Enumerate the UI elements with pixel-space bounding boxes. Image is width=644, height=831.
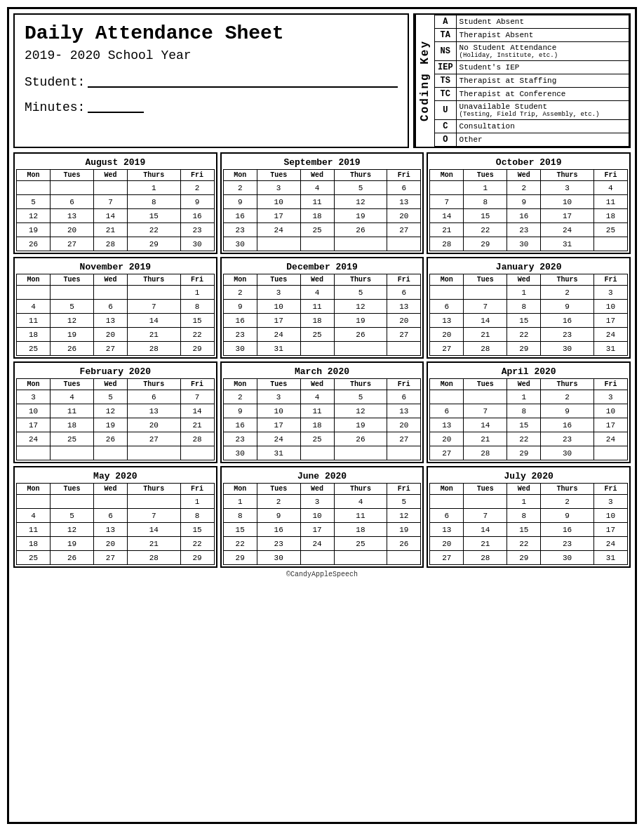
calendar-day-cell bbox=[257, 237, 300, 251]
calendar-day-cell: 2 bbox=[180, 181, 214, 195]
calendar-day-header: Wed bbox=[507, 379, 541, 390]
coding-key-sub: (Testing, Field Trip, Assembly, etc.) bbox=[459, 111, 626, 118]
calendar-week-row: 1617181920 bbox=[223, 209, 421, 223]
calendar-day-cell: 14 bbox=[127, 523, 180, 537]
calendar-day-cell: 17 bbox=[593, 523, 627, 537]
calendar-day-cell: 11 bbox=[300, 404, 334, 418]
calendar-day-cell: 18 bbox=[334, 523, 387, 537]
coding-key-code: O bbox=[435, 133, 457, 147]
calendar-day-header: Tues bbox=[257, 379, 300, 390]
calendar-day-cell: 27 bbox=[93, 551, 127, 565]
coding-key-description: Student's IEP bbox=[456, 61, 629, 74]
calendar-day-cell: 22 bbox=[180, 537, 214, 551]
calendar-week-row: 2122232425 bbox=[430, 223, 628, 237]
calendar-week-row: 1112131415 bbox=[17, 523, 215, 537]
calendar-day-cell: 7 bbox=[464, 300, 507, 314]
calendar-day-cell bbox=[464, 390, 507, 404]
calendar-week-row: 678910 bbox=[430, 300, 628, 314]
calendar-week-row: 3031 bbox=[223, 342, 421, 356]
calendar-week-row: 910111213 bbox=[223, 300, 421, 314]
calendar-day-cell: 7 bbox=[464, 509, 507, 523]
calendar-day-cell: 10 bbox=[593, 300, 627, 314]
calendar-day-cell: 14 bbox=[464, 314, 507, 328]
calendar-day-header: Thurs bbox=[127, 170, 180, 181]
calendar-day-cell: 1 bbox=[180, 286, 214, 300]
calendar-day-cell: 12 bbox=[334, 404, 387, 418]
calendar-day-cell bbox=[430, 286, 464, 300]
calendar-day-cell: 14 bbox=[464, 523, 507, 537]
coding-key-description: Therapist Absent bbox=[456, 29, 629, 42]
calendar-day-cell: 20 bbox=[127, 418, 180, 432]
calendar-day-cell: 6 bbox=[51, 195, 94, 209]
coding-key-description: Therapist at Staffing bbox=[456, 74, 629, 88]
calendar-day-header: Fri bbox=[387, 484, 421, 495]
calendar-day-header: Wed bbox=[93, 379, 127, 390]
calendar-box: November 2019MonTuesWedThursFri145678111… bbox=[13, 257, 217, 359]
calendar-week-row: 1819202122 bbox=[17, 537, 215, 551]
calendar-day-cell: 25 bbox=[17, 551, 51, 565]
calendar-day-cell: 27 bbox=[93, 342, 127, 356]
calendar-day-cell: 25 bbox=[334, 537, 387, 551]
calendar-day-header: Thurs bbox=[127, 379, 180, 390]
coding-key-description: Other bbox=[456, 133, 629, 147]
calendar-table: MonTuesWedThursFri2345691011121316171819… bbox=[223, 378, 422, 460]
calendar-day-cell: 6 bbox=[93, 509, 127, 523]
calendar-day-cell: 16 bbox=[541, 314, 594, 328]
calendar-day-cell bbox=[127, 286, 180, 300]
calendar-day-cell: 29 bbox=[507, 342, 541, 356]
calendar-day-cell: 4 bbox=[51, 390, 94, 404]
calendar-week-row: 12 bbox=[17, 181, 215, 195]
calendar-day-cell: 12 bbox=[17, 209, 51, 223]
calendar-day-header: Thurs bbox=[541, 484, 594, 495]
calendar-day-cell bbox=[93, 495, 127, 509]
calendar-day-cell: 27 bbox=[430, 446, 464, 460]
calendar-day-cell: 11 bbox=[17, 523, 51, 537]
calendar-day-cell: 27 bbox=[127, 432, 180, 446]
calendar-week-row: 123 bbox=[430, 495, 628, 509]
calendar-day-cell: 14 bbox=[430, 209, 464, 223]
calendar-week-row: 1920212223 bbox=[17, 223, 215, 237]
calendar-day-cell: 16 bbox=[223, 209, 257, 223]
calendar-day-cell: 28 bbox=[127, 551, 180, 565]
calendar-table: MonTuesWedThursFri1456781112131415181920… bbox=[16, 483, 215, 565]
calendar-day-cell: 3 bbox=[593, 286, 627, 300]
calendar-day-cell: 6 bbox=[430, 404, 464, 418]
calendar-day-cell: 5 bbox=[17, 195, 51, 209]
page-wrapper: Daily Attendance Sheet 2019- 2020 School… bbox=[7, 7, 637, 824]
calendar-day-cell: 31 bbox=[257, 342, 300, 356]
calendars-grid: August 2019MonTuesWedThursFri12567891213… bbox=[13, 152, 631, 568]
calendar-day-cell: 9 bbox=[541, 509, 594, 523]
calendar-day-cell: 30 bbox=[541, 342, 594, 356]
calendar-day-cell: 23 bbox=[223, 432, 257, 446]
calendar-day-header: Wed bbox=[300, 274, 334, 286]
calendar-day-cell: 1 bbox=[507, 286, 541, 300]
calendar-week-row: 89101112 bbox=[223, 509, 421, 523]
calendar-day-cell: 3 bbox=[17, 390, 51, 404]
calendar-day-cell: 14 bbox=[127, 314, 180, 328]
top-section: Daily Attendance Sheet 2019- 2020 School… bbox=[13, 13, 631, 148]
calendar-day-cell: 7 bbox=[127, 300, 180, 314]
calendar-day-cell bbox=[464, 286, 507, 300]
calendar-table: MonTuesWedThursFri1236789101314151617202… bbox=[429, 378, 628, 460]
calendar-day-header: Thurs bbox=[541, 170, 594, 181]
calendar-day-cell bbox=[334, 342, 387, 356]
calendar-day-cell: 26 bbox=[334, 223, 387, 237]
calendar-day-cell: 1 bbox=[223, 495, 257, 509]
calendar-day-cell: 18 bbox=[593, 209, 627, 223]
calendar-day-cell: 18 bbox=[51, 418, 94, 432]
calendar-week-row: 1415161718 bbox=[430, 209, 628, 223]
calendar-week-row: 3031 bbox=[223, 446, 421, 460]
calendar-week-row: 1112131415 bbox=[17, 314, 215, 328]
calendar-day-cell: 5 bbox=[334, 286, 387, 300]
calendar-week-row: 30 bbox=[223, 237, 421, 251]
page-title: Daily Attendance Sheet bbox=[25, 22, 398, 46]
calendar-day-header: Tues bbox=[257, 170, 300, 181]
calendar-day-cell: 28 bbox=[464, 342, 507, 356]
calendar-week-row: 2526272829 bbox=[17, 551, 215, 565]
calendar-day-cell: 9 bbox=[223, 404, 257, 418]
calendar-day-cell: 23 bbox=[180, 223, 214, 237]
calendar-day-cell: 29 bbox=[127, 237, 180, 251]
calendar-day-cell: 25 bbox=[300, 328, 334, 342]
calendar-day-cell: 6 bbox=[93, 300, 127, 314]
calendar-day-cell: 16 bbox=[223, 418, 257, 432]
